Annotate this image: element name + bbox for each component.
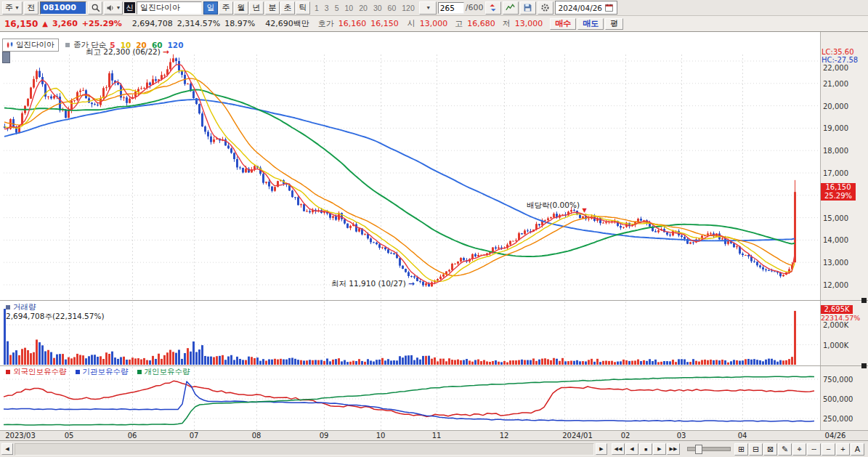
arrow-right-icon: → <box>408 279 415 288</box>
volume-badge-pct: 22314.57% <box>821 314 860 322</box>
turnover-pct: 18.97% <box>224 19 255 28</box>
legend-square-icon <box>137 370 142 374</box>
btn-minute[interactable]: 분 <box>265 1 280 15</box>
crosshair-tool-icon[interactable]: ⌖ <box>792 443 806 456</box>
interval-5[interactable]: 5 <box>332 2 342 14</box>
price-change-pct: +25.29% <box>82 19 122 28</box>
high-price: 16,680 <box>467 19 495 28</box>
playback-controls: ◀◀◀■▶▶▶ <box>612 443 680 455</box>
holdings-legend-item: 기관보유수량 <box>76 367 129 377</box>
btn-second[interactable]: 초 <box>280 1 295 15</box>
volume-detail: 2,694,708주(22,314.57%) <box>6 312 105 322</box>
high-annotation: 최고 22,300 (06/22) → <box>86 47 169 57</box>
step-forward-button[interactable]: ▶ <box>653 443 666 455</box>
chevron-down-icon: ▼ <box>116 5 121 10</box>
interval-20[interactable]: 20 <box>356 2 370 14</box>
date-picker[interactable]: 2024/04/26 <box>555 1 618 15</box>
stop-button[interactable]: ■ <box>639 443 652 455</box>
open-label: 시 <box>407 18 415 29</box>
scroll-left-button[interactable]: ◀ <box>1 443 13 455</box>
save-disk-icon <box>523 3 532 12</box>
zoom-out-icon[interactable]: − <box>822 443 835 456</box>
stock-type-label: 주 <box>5 2 13 13</box>
tab-week[interactable]: 주 <box>219 1 233 15</box>
save-button[interactable] <box>520 1 536 15</box>
interval-dropdown[interactable]: ▼ <box>419 1 437 15</box>
prev-stock-button[interactable]: 전 <box>24 1 38 15</box>
legend-square-icon <box>76 370 80 374</box>
line-chart-icon <box>506 3 515 12</box>
seek-start-button[interactable]: ◀◀ <box>612 443 625 455</box>
interval-buttons: 13510203060120 <box>312 2 418 14</box>
stock-code-input[interactable] <box>40 1 86 15</box>
low-label: 저 <box>503 18 511 29</box>
interval-60[interactable]: 60 <box>385 2 399 14</box>
interval-3[interactable]: 3 <box>322 2 332 14</box>
chart-tab[interactable]: 일진다이아 <box>2 39 59 52</box>
search-button[interactable] <box>88 1 102 15</box>
current-price-badge: 16,150 25.29% <box>821 183 856 201</box>
layout-close-icon[interactable]: ⊠ <box>763 443 777 456</box>
chevron-down-icon: ▼ <box>15 5 20 10</box>
btn-tick[interactable]: 틱 <box>296 1 310 15</box>
scroll-right-button[interactable]: ▶ <box>596 443 607 455</box>
chevron-down-icon: ▼ <box>426 5 431 10</box>
bar-count-input[interactable] <box>438 2 464 14</box>
interval-30[interactable]: 30 <box>370 2 385 14</box>
holdings-legend-item: 외국인보유수량 <box>6 367 67 377</box>
avg-button[interactable]: 평 <box>605 18 623 30</box>
step-back-button[interactable]: ◀ <box>625 443 638 455</box>
open-price: 13,000 <box>420 19 448 28</box>
settings-button[interactable] <box>538 1 553 15</box>
price-axis-column <box>820 32 868 430</box>
layout-grid-icon[interactable]: ⊞ <box>734 443 748 456</box>
arrow-down-icon: ▼ <box>582 207 586 214</box>
credit-badge: 신 <box>124 2 135 13</box>
ma-period-label: 120 <box>168 41 184 49</box>
sell-button[interactable]: 매도 <box>577 18 604 30</box>
zoom-in-icon[interactable]: + <box>836 443 850 456</box>
gear-icon <box>540 3 550 12</box>
interval-120[interactable]: 120 <box>399 2 418 14</box>
dividend-annotation: 배당락(0.00%) ▼ <box>527 201 587 211</box>
updown-button[interactable] <box>485 1 501 15</box>
tab-day[interactable]: 일 <box>203 1 218 15</box>
search-icon <box>91 3 100 12</box>
chart-tools: ⊞⊟⊠✎⌖┄−+A <box>734 443 867 456</box>
stock-type-button[interactable]: 주 ▼ <box>2 1 23 15</box>
layout-split-icon[interactable]: ⊟ <box>749 443 763 456</box>
chart-scrollbar[interactable] <box>15 443 594 456</box>
zoom-slider[interactable] <box>687 447 731 451</box>
period-tabs: 일주월년 <box>203 1 264 15</box>
hoga-label: 호가 <box>318 18 334 29</box>
high-label: 고 <box>455 18 463 29</box>
holdings-legend-label: 개인보유수량 <box>145 367 190 377</box>
price-change: 3,260 <box>52 19 78 28</box>
seek-end-button[interactable]: ▶▶ <box>667 443 680 455</box>
up-down-arrows-icon <box>488 3 498 12</box>
interval-10[interactable]: 10 <box>342 2 357 14</box>
legend-square-icon <box>65 43 70 47</box>
holdings-legend-label: 기관보유수량 <box>83 367 129 377</box>
candlestick-icon <box>7 41 14 49</box>
pane-resize-handle[interactable] <box>861 363 867 368</box>
pane-resize-handle[interactable] <box>861 298 867 303</box>
tab-year[interactable]: 년 <box>249 1 264 15</box>
unit-buttons: 분초틱 <box>265 1 310 15</box>
chart-style-button[interactable] <box>503 1 519 15</box>
stock-name: 일진다이아 <box>137 1 202 15</box>
legend-square-icon <box>6 305 10 310</box>
chart-bottom-toolbar: ◀ ▶ ◀◀◀■▶▶▶ ⊞⊟⊠✎⌖┄−+A <box>0 440 868 457</box>
pane-tool-icon[interactable] <box>2 52 10 63</box>
sound-button[interactable]: ▼ <box>104 1 123 15</box>
buy-button[interactable]: 매수 <box>550 18 576 30</box>
bid-price: 16,150 <box>370 19 399 28</box>
text-tool-icon[interactable]: A <box>851 443 864 456</box>
draw-tool-icon[interactable]: ✎ <box>778 443 792 456</box>
zoom-slider-thumb[interactable] <box>695 445 702 454</box>
calendar-icon <box>604 3 614 12</box>
tab-month[interactable]: 월 <box>234 1 248 15</box>
quote-bar: 16,150 ▲ 3,260 +25.29% 2,694,708 2,314.5… <box>0 16 868 32</box>
line-style-icon[interactable]: ┄ <box>807 443 821 456</box>
interval-1[interactable]: 1 <box>312 2 322 14</box>
